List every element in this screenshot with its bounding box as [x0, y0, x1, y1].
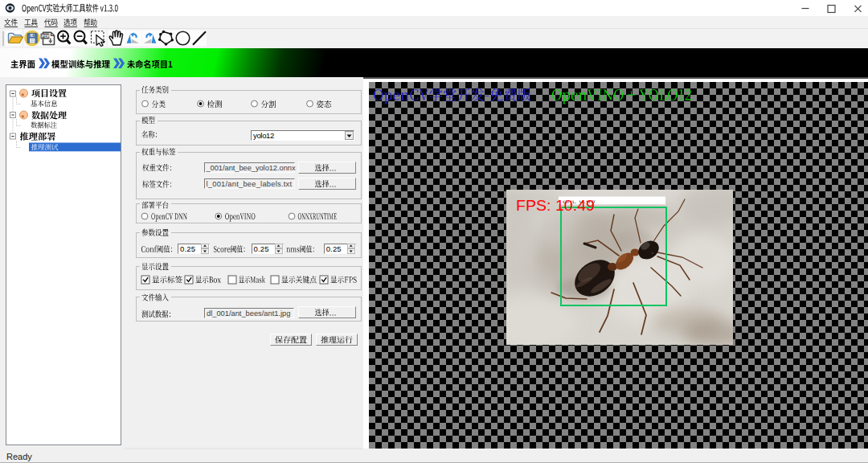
svg-text:0.25: 0.25 — [254, 244, 269, 253]
svg-text:PDF: PDF — [42, 34, 51, 39]
svg-text:Ready: Ready — [6, 452, 32, 461]
svg-text:_001/ant_bee_yolo12.onnx: _001/ant_bee_yolo12.onnx — [206, 164, 296, 172]
svg-text:0.25: 0.25 — [180, 244, 195, 253]
svg-text:0.25: 0.25 — [326, 244, 342, 253]
svg-text:yolo12: yolo12 — [253, 131, 274, 140]
svg-text:FPS: 10.49: FPS: 10.49 — [516, 198, 595, 214]
svg-text:l_001/ant_bee_labels.txt: l_001/ant_bee_labels.txt — [207, 180, 293, 188]
svg-text:dl_001/ant_bees/ant1.jpg: dl_001/ant_bees/ant1.jpg — [207, 309, 290, 318]
